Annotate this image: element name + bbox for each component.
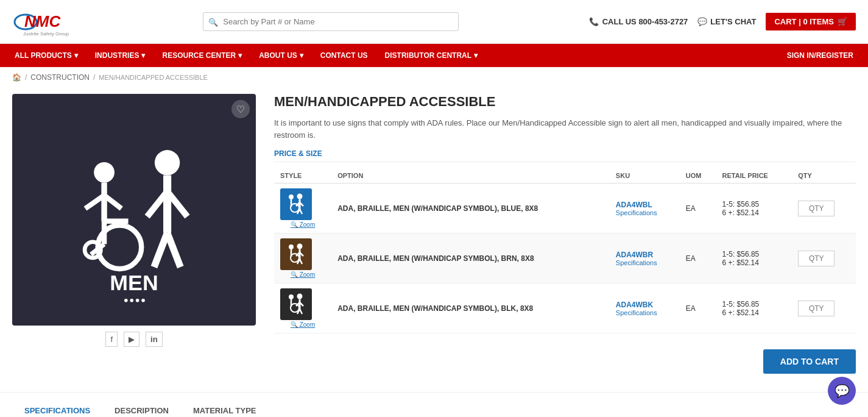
qty-input[interactable] <box>798 201 834 216</box>
uom-cell: EA <box>680 283 716 333</box>
svg-line-39 <box>300 259 302 264</box>
spec-link[interactable]: Specifications <box>616 209 674 216</box>
logo[interactable]: NMC Justrite Safety Group <box>12 5 73 38</box>
price-high: 6 +: $52.14 <box>722 208 786 217</box>
price-high: 6 +: $52.14 <box>722 258 786 267</box>
nav-item-all-products[interactable]: ALL PRODUCTS ▾ <box>6 44 86 67</box>
sku-link[interactable]: ADA4WBR <box>616 251 674 259</box>
uom-cell: EA <box>680 184 716 233</box>
svg-point-43 <box>297 294 303 299</box>
nav-item-about-us[interactable]: ABOUT US ▾ <box>250 44 312 67</box>
nav-item-distributor-central[interactable]: DISTRIBUTOR CENTRAL ▾ <box>376 44 486 67</box>
cart-button[interactable]: CART | 0 ITEMS 🛒 <box>766 13 856 30</box>
cart-icon: 🛒 <box>838 17 847 26</box>
youtube-icon[interactable]: ▶ <box>124 332 139 347</box>
phone-icon: 📞 <box>589 17 599 26</box>
svg-point-31 <box>291 204 299 212</box>
svg-point-19 <box>124 299 128 302</box>
svg-point-22 <box>141 299 145 302</box>
nav-item-industries[interactable]: INDUSTRIES ▾ <box>86 44 154 67</box>
chat-bubble-button[interactable]: 💬 <box>828 377 856 405</box>
col-qty: QTY <box>792 168 856 184</box>
header: NMC Justrite Safety Group 🔍 📞 CALL US 80… <box>0 0 868 44</box>
svg-point-41 <box>289 294 294 299</box>
price-low: 1-5: $56.85 <box>722 250 786 258</box>
product-detail: MEN/HANDICAPPED ACCESSIBLE It is importa… <box>274 94 856 374</box>
wishlist-button[interactable]: ♡ <box>231 100 250 118</box>
chevron-down-icon: ▾ <box>300 51 303 60</box>
main-content: ♡ <box>0 88 868 386</box>
zoom-link[interactable]: 🔍 Zoom <box>280 271 325 278</box>
product-image-area: ♡ <box>12 94 256 374</box>
svg-line-30 <box>300 209 302 214</box>
price-cell: 1-5: $56.856 +: $52.14 <box>716 233 792 283</box>
sku-link[interactable]: ADA4WBK <box>616 301 674 309</box>
tabs: SPECIFICATIONSDESCRIPTIONMATERIAL TYPE <box>12 399 856 417</box>
home-icon[interactable]: 🏠 <box>12 73 21 82</box>
price-low: 1-5: $56.85 <box>722 300 786 308</box>
lets-chat-button[interactable]: 💬 LET'S CHAT <box>697 17 756 26</box>
svg-point-23 <box>289 194 294 199</box>
nav-item-resource-center[interactable]: RESOURCE CENTER ▾ <box>153 44 250 67</box>
breadcrumb-sep: / <box>25 73 27 82</box>
qty-cell <box>792 233 856 283</box>
breadcrumb: 🏠 / CONSTRUCTION / MEN/HANDICAPPED ACCES… <box>0 67 868 88</box>
breadcrumb-current: MEN/HANDICAPPED ACCESSIBLE <box>99 74 208 81</box>
col-price: RETAIL PRICE <box>716 168 792 184</box>
nav-left: ALL PRODUCTS ▾ INDUSTRIES ▾ RESOURCE CEN… <box>6 44 486 67</box>
uom-cell: EA <box>680 233 716 283</box>
nav-right: SIGN IN/REGISTER <box>778 44 862 67</box>
sku-link[interactable]: ADA4WBL <box>616 201 674 209</box>
svg-point-12 <box>155 150 180 175</box>
product-image-svg: MEN <box>49 112 219 307</box>
cart-label: CART | 0 ITEMS <box>774 17 834 26</box>
price-high: 6 +: $52.14 <box>722 308 786 317</box>
option-cell: ADA, BRAILLE, MEN (W/HANDICAP SYMBOL), B… <box>331 184 610 233</box>
call-us: 📞 CALL US 800-453-2727 <box>589 17 688 26</box>
breadcrumb-sep2: / <box>93 73 95 82</box>
spec-link[interactable]: Specifications <box>616 309 674 316</box>
style-cell: 🔍 Zoom <box>274 184 331 233</box>
chevron-down-icon: ▾ <box>474 51 478 60</box>
price-low: 1-5: $56.85 <box>722 200 786 208</box>
spec-link[interactable]: Specifications <box>616 259 674 266</box>
col-style: STYLE <box>274 168 331 184</box>
svg-text:MEN: MEN <box>110 271 158 295</box>
svg-point-9 <box>98 225 142 269</box>
svg-line-17 <box>168 233 181 267</box>
svg-point-34 <box>297 244 303 249</box>
nav-item-contact-us[interactable]: CONTACT US <box>312 44 376 67</box>
nav-item-sign-in[interactable]: SIGN IN/REGISTER <box>778 44 862 67</box>
social-icons: f ▶ in <box>12 326 256 353</box>
nmc-logo-svg: NMC Justrite Safety Group <box>12 5 73 38</box>
tab-material-type[interactable]: MATERIAL TYPE <box>181 399 269 417</box>
lets-chat-label: LET'S CHAT <box>710 17 756 26</box>
facebook-icon[interactable]: f <box>105 332 118 347</box>
logo-area: NMC Justrite Safety Group <box>12 5 73 38</box>
product-title: MEN/HANDICAPPED ACCESSIBLE <box>274 94 856 110</box>
col-uom: UOM <box>680 168 716 184</box>
linkedin-icon[interactable]: in <box>146 332 163 347</box>
style-cell: 🔍 Zoom <box>274 233 331 283</box>
product-image-box: ♡ <box>12 94 256 326</box>
table-row: 🔍 ZoomADA, BRAILLE, MEN (W/HANDICAP SYMB… <box>274 184 856 233</box>
col-option: OPTION <box>331 168 610 184</box>
breadcrumb-section[interactable]: CONSTRUCTION <box>30 73 90 82</box>
search-input[interactable] <box>203 12 459 31</box>
svg-point-20 <box>130 299 133 302</box>
zoom-link[interactable]: 🔍 Zoom <box>280 221 325 228</box>
call-us-label: CALL US 800-453-2727 <box>602 17 688 26</box>
zoom-link[interactable]: 🔍 Zoom <box>280 321 325 328</box>
table-row: 🔍 ZoomADA, BRAILLE, MEN (W/HANDICAP SYMB… <box>274 233 856 283</box>
qty-input[interactable] <box>798 301 834 316</box>
price-size-label: PRICE & SIZE <box>274 149 856 162</box>
price-cell: 1-5: $56.856 +: $52.14 <box>716 184 792 233</box>
svg-line-48 <box>300 309 302 314</box>
style-cell: 🔍 Zoom <box>274 283 331 333</box>
tab-description[interactable]: DESCRIPTION <box>102 399 181 417</box>
sku-cell: ADA4WBRSpecifications <box>610 233 680 283</box>
add-to-cart-button[interactable]: ADD TO CART <box>763 349 856 374</box>
qty-input[interactable] <box>798 251 834 266</box>
option-cell: ADA, BRAILLE, MEN (W/HANDICAP SYMBOL), B… <box>331 233 610 283</box>
tab-specifications[interactable]: SPECIFICATIONS <box>12 399 102 417</box>
